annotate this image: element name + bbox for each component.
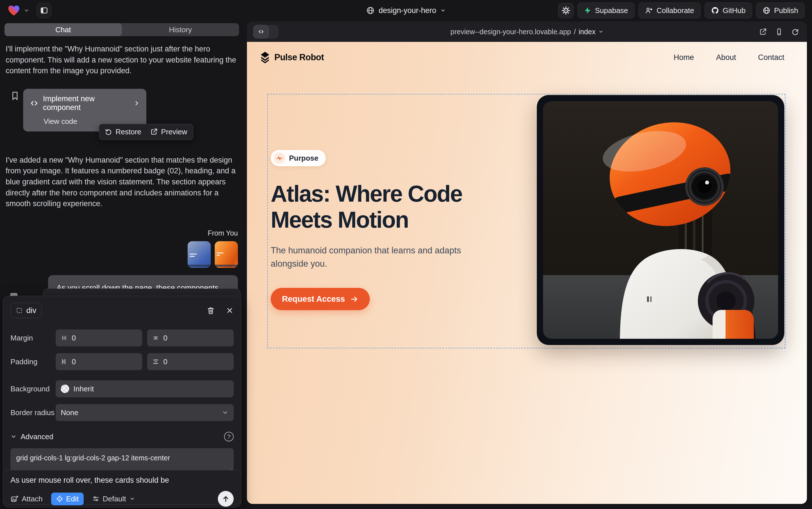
tailwind-classes-value: grid grid-cols-1 lg:grid-cols-2 gap-12 i…	[16, 454, 170, 462]
element-tag: div	[26, 306, 36, 315]
edit-mode-button[interactable]: Edit	[51, 493, 84, 505]
margin-label: Margin	[10, 334, 56, 342]
padding-y-input[interactable]: 0	[147, 353, 234, 370]
site-nav: Home About Contact	[673, 53, 789, 62]
chat-composer[interactable]: As user mouse roll over, these cards sho…	[3, 470, 241, 505]
settings-button[interactable]	[558, 3, 574, 18]
mode-select[interactable]: Default	[92, 495, 135, 503]
background-input[interactable]: Inherit	[56, 380, 234, 397]
margin-x-value: 0	[72, 334, 76, 342]
logo-chevron-down-icon[interactable]	[24, 8, 29, 13]
attachment-thumbnail-orange[interactable]	[215, 241, 238, 268]
trash-icon	[207, 306, 215, 315]
chevron-down-icon	[222, 409, 229, 416]
sliders-icon	[92, 495, 100, 503]
composer-input[interactable]: As user mouse roll over, these cards sho…	[10, 476, 234, 485]
attachment-thumbnail-blue[interactable]	[188, 241, 211, 268]
app-topbar: design-your-hero Supabase Collaborate	[0, 0, 812, 21]
nav-link-home[interactable]: Home	[673, 53, 694, 62]
attach-image-icon	[10, 495, 19, 503]
preview-label: Preview	[161, 128, 187, 136]
chevron-down-icon	[130, 496, 135, 502]
gear-icon	[562, 6, 570, 15]
globe-icon	[366, 6, 375, 15]
bookmark-icon[interactable]	[11, 91, 19, 101]
person-plus-icon	[645, 6, 653, 14]
site-brand[interactable]: Pulse Robot	[260, 52, 324, 63]
close-icon	[226, 307, 234, 314]
edit-label: Edit	[66, 495, 79, 503]
github-button[interactable]: GitHub	[705, 3, 752, 19]
arrow-up-icon	[222, 495, 230, 503]
assistant-message-2: I've added a new "Why Humanoid" section …	[6, 155, 238, 209]
margin-x-input[interactable]: 0	[56, 330, 142, 346]
border-radius-select[interactable]: None	[56, 404, 234, 421]
margin-y-input[interactable]: 0	[147, 330, 234, 346]
cta-label: Request Access	[282, 294, 345, 304]
site-header: Pulse Robot Home About Contact	[247, 42, 807, 63]
restore-icon	[105, 128, 112, 135]
chat-panel: Chat History I'll implement the "Why Hum…	[0, 21, 244, 509]
code-icon	[30, 99, 38, 107]
refresh-icon[interactable]	[791, 28, 799, 36]
padding-vertical-icon	[152, 358, 159, 365]
transparency-swatch-icon	[61, 384, 69, 393]
sidebar-toggle-button[interactable]	[37, 3, 51, 18]
pulse-icon	[274, 152, 285, 164]
open-in-new-tab-icon[interactable]	[759, 28, 767, 36]
collaborate-button[interactable]: Collaborate	[638, 3, 701, 19]
collaborate-label: Collaborate	[657, 6, 694, 15]
padding-x-input[interactable]: 0	[56, 353, 142, 370]
tab-chat[interactable]: Chat	[4, 23, 122, 36]
attach-label: Attach	[22, 495, 43, 503]
hero-heading: Atlas: Where Code Meets Motion	[271, 181, 508, 233]
nav-link-contact[interactable]: Contact	[758, 53, 784, 62]
padding-x-value: 0	[72, 358, 76, 366]
help-icon[interactable]: ?	[224, 432, 234, 441]
background-value: Inherit	[73, 384, 94, 393]
dashed-box-icon	[16, 307, 23, 314]
restore-button[interactable]: Restore	[105, 128, 141, 136]
mobile-preview-icon[interactable]	[775, 28, 783, 36]
github-icon	[711, 6, 719, 14]
robot-image	[543, 101, 778, 339]
close-inspector-button[interactable]	[226, 307, 234, 314]
attach-button[interactable]: Attach	[10, 495, 43, 503]
chevron-down-icon	[10, 434, 17, 440]
from-you-label: From You	[6, 229, 238, 237]
code-view-toggle[interactable]	[253, 25, 279, 38]
lovable-logo-heart-icon[interactable]	[7, 4, 20, 16]
supabase-label: Supabase	[595, 6, 628, 15]
attachment-thumbnails	[6, 241, 238, 268]
preview-url: preview--design-your-hero.lovable.app	[450, 28, 571, 36]
mode-label: Default	[103, 495, 126, 503]
advanced-section-toggle[interactable]: Advanced	[21, 432, 53, 441]
selected-element-pill[interactable]: div	[10, 303, 42, 318]
panel-left-icon	[40, 6, 48, 14]
target-icon	[56, 495, 63, 503]
send-button[interactable]	[218, 491, 234, 507]
publish-globe-icon	[763, 6, 771, 14]
code-icon	[253, 25, 269, 38]
publish-button[interactable]: Publish	[756, 3, 805, 19]
github-label: GitHub	[723, 6, 746, 15]
padding-y-value: 0	[163, 358, 167, 366]
request-access-button[interactable]: Request Access	[271, 288, 370, 310]
delete-element-button[interactable]	[207, 306, 215, 315]
supabase-button[interactable]: Supabase	[578, 3, 635, 19]
border-radius-value: None	[61, 408, 78, 417]
project-switcher[interactable]: design-your-hero	[366, 0, 446, 21]
preview-version-button[interactable]: Preview	[150, 128, 187, 136]
preview-topbar: preview--design-your-hero.lovable.app / …	[247, 22, 807, 42]
badge-label: Purpose	[289, 154, 319, 163]
assistant-message-1: I'll implement the "Why Humanoid" sectio…	[6, 43, 238, 76]
publish-label: Publish	[774, 6, 798, 15]
hero-subheading: The humanoid companion that learns and a…	[271, 244, 466, 270]
hero-robot-image-card	[537, 95, 784, 345]
preview-url-path: index	[579, 28, 596, 36]
project-name: design-your-hero	[379, 6, 436, 15]
tab-history[interactable]: History	[122, 23, 239, 36]
chevron-down-icon	[440, 8, 446, 13]
preview-url-bar[interactable]: preview--design-your-hero.lovable.app / …	[450, 28, 603, 36]
nav-link-about[interactable]: About	[716, 53, 736, 62]
